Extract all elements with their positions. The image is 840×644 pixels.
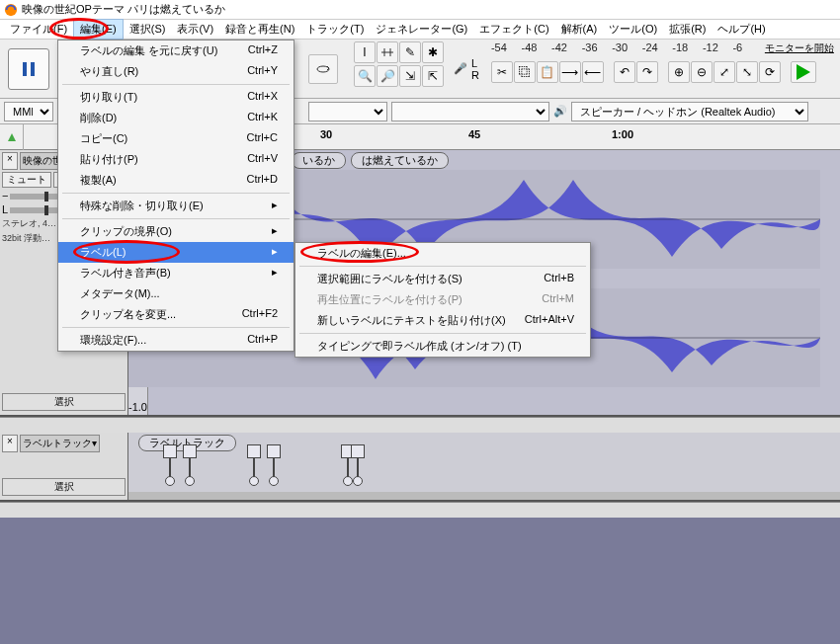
- gain-minus-icon: −: [2, 190, 8, 201]
- level-l-label: L: [471, 57, 479, 69]
- edit-menu-item[interactable]: 特殊な削除・切り取り(E)▸: [58, 196, 294, 216]
- labels-submenu-item[interactable]: タイピングで即ラベル作成 (オン/オフ) (T): [295, 336, 590, 357]
- clip-name[interactable]: いるか: [292, 152, 346, 169]
- label-marker[interactable]: [351, 444, 367, 480]
- silence-button[interactable]: ⟵: [582, 61, 604, 83]
- play-icon: [797, 64, 810, 80]
- menu-effect[interactable]: エフェクト(C): [473, 20, 554, 39]
- edit-menu-item[interactable]: クリップの境界(O)▸: [58, 221, 294, 242]
- pause-icon: [21, 61, 37, 77]
- menu-select[interactable]: 選択(S): [124, 20, 172, 39]
- speaker-icon: 🔊: [553, 105, 567, 118]
- labels-submenu-item[interactable]: 再生位置にラベルを付ける(P)Ctrl+M: [295, 289, 590, 310]
- edit-menu-item[interactable]: 環境設定(F)...Ctrl+P: [58, 330, 294, 351]
- pause-button[interactable]: [8, 48, 49, 90]
- fit-selection[interactable]: ⇲: [399, 65, 421, 87]
- edit-menu-item[interactable]: 複製(A)Ctrl+D: [58, 170, 294, 191]
- undo-button[interactable]: ↶: [614, 61, 635, 83]
- svg-rect-1: [23, 62, 27, 76]
- trim-button[interactable]: ⟶: [559, 61, 581, 83]
- redo-button[interactable]: ↷: [636, 61, 658, 83]
- edit-menu-item[interactable]: コピー(C)Ctrl+C: [58, 128, 294, 149]
- zoom-sel-button[interactable]: ⤢: [714, 61, 735, 83]
- envelope-tool[interactable]: [377, 41, 398, 63]
- paste-button[interactable]: 📋: [537, 61, 558, 83]
- track-select-button[interactable]: 選択: [2, 393, 126, 411]
- draw-tool[interactable]: ✎: [399, 41, 421, 63]
- copy-button[interactable]: ⿻: [514, 61, 536, 83]
- mute-button[interactable]: ミュート: [2, 172, 51, 188]
- label-track-name[interactable]: ラベルトラック▾: [20, 435, 100, 452]
- menu-file[interactable]: ファイル(F): [4, 20, 73, 39]
- menu-transport[interactable]: 録音と再生(N): [219, 20, 300, 39]
- edit-menu-item[interactable]: 切り取り(T)Ctrl+X: [58, 87, 294, 108]
- loop-button[interactable]: [308, 54, 338, 84]
- edit-menu-item[interactable]: 削除(D)Ctrl+K: [58, 108, 294, 128]
- label-marker[interactable]: [163, 444, 179, 480]
- svg-rect-2: [31, 62, 35, 76]
- zoom-in-tool[interactable]: 🔍: [354, 65, 376, 87]
- svg-marker-3: [8, 133, 16, 141]
- edit-menu-item[interactable]: クリップ名を変更...Ctrl+F2: [58, 304, 294, 325]
- clip-name[interactable]: は燃えているか: [351, 152, 449, 169]
- edit-dropdown: ラベルの編集 を元に戻す(U)Ctrl+Zやり直し(R)Ctrl+Y切り取り(T…: [57, 40, 294, 352]
- label-marker[interactable]: [183, 444, 199, 480]
- menubar: ファイル(F) 編集(E) 選択(S) 表示(V) 録音と再生(N) トラック(…: [0, 20, 840, 40]
- recording-channels-select[interactable]: [391, 102, 549, 121]
- menu-view[interactable]: 表示(V): [171, 20, 219, 39]
- zoom-toggle-button[interactable]: ⟳: [759, 61, 781, 83]
- window-title: 映像の世紀OPテーマ パリは燃えているか: [22, 2, 225, 17]
- menu-tools[interactable]: ツール(O): [603, 20, 663, 39]
- edit-menu-item[interactable]: ラベル(L)▸: [58, 242, 294, 263]
- time-tick: 45: [468, 128, 480, 140]
- time-tick: 1:00: [612, 128, 633, 140]
- zoom-fit-button[interactable]: ⤡: [736, 61, 758, 83]
- fit-project[interactable]: ⇱: [422, 65, 444, 87]
- recording-device-select[interactable]: [308, 102, 387, 121]
- zoom-out-button[interactable]: ⊖: [691, 61, 713, 83]
- pinned-play-head[interactable]: [0, 124, 24, 150]
- edit-menu-item[interactable]: やり直し(R)Ctrl+Y: [58, 61, 294, 82]
- start-monitoring-link[interactable]: モニターを開始: [765, 41, 834, 55]
- edit-menu-item[interactable]: ラベルの編集 を元に戻す(U)Ctrl+Z: [58, 40, 294, 61]
- envelope-icon: [380, 45, 394, 59]
- play-button[interactable]: [791, 61, 816, 83]
- label-marker[interactable]: [267, 444, 283, 480]
- labels-submenu-item[interactable]: ラベルの編集(E)...: [295, 243, 590, 264]
- zoom-in-button[interactable]: ⊕: [668, 61, 690, 83]
- menu-extra[interactable]: 拡張(R): [663, 20, 712, 39]
- multi-tool[interactable]: ✱: [422, 41, 444, 63]
- level-r-label: R: [471, 69, 479, 81]
- selection-tool[interactable]: I: [354, 41, 376, 63]
- track-close-button[interactable]: ×: [2, 435, 18, 452]
- menu-generate[interactable]: ジェネレーター(G): [370, 20, 473, 39]
- loop-icon: [315, 61, 331, 77]
- audacity-logo-icon: [4, 3, 18, 17]
- cut-button[interactable]: ✂: [491, 61, 513, 83]
- menu-analyze[interactable]: 解析(A): [555, 20, 604, 39]
- edit-menu-item[interactable]: メタデータ(M)...: [58, 283, 294, 304]
- label-marker[interactable]: [247, 444, 263, 480]
- menu-edit[interactable]: 編集(E): [73, 19, 124, 40]
- labels-submenu: ラベルの編集(E)...選択範囲にラベルを付ける(S)Ctrl+B再生位置にラベ…: [294, 242, 591, 358]
- menu-help[interactable]: ヘルプ(H): [712, 20, 771, 39]
- recording-meter-ticks: -54-48-42-36-30-24-18-12-6モニターを開始: [491, 41, 834, 55]
- track-close-button[interactable]: ×: [2, 152, 18, 170]
- time-tick: 30: [320, 128, 332, 140]
- edit-menu-item[interactable]: ラベル付き音声(B)▸: [58, 263, 294, 283]
- labels-submenu-item[interactable]: 選択範囲にラベルを付ける(S)Ctrl+B: [295, 269, 590, 289]
- playback-device-select[interactable]: スピーカー / ヘッドホン (Realtek Audio): [571, 102, 808, 121]
- audio-host-select[interactable]: MME: [4, 102, 53, 121]
- edit-menu-item[interactable]: 貼り付け(P)Ctrl+V: [58, 149, 294, 170]
- menu-tracks[interactable]: トラック(T): [300, 20, 370, 39]
- track-select-button[interactable]: 選択: [2, 478, 126, 496]
- labels-submenu-item[interactable]: 新しいラベルにテキストを貼り付け(X)Ctrl+Alt+V: [295, 310, 590, 331]
- pan-l-icon: L: [2, 203, 8, 215]
- zoom-out-tool[interactable]: 🔎: [377, 65, 398, 87]
- mic-icon: 🎤: [454, 62, 467, 75]
- pin-icon: [6, 131, 18, 143]
